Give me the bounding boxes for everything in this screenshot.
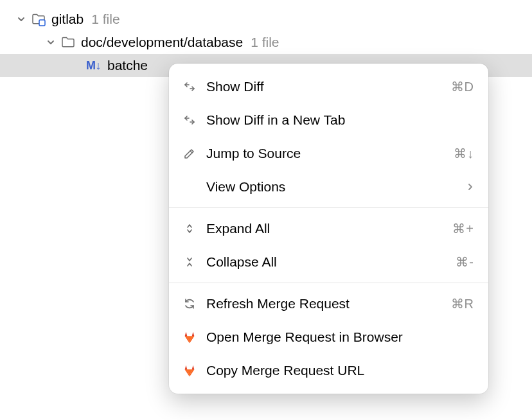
diff-icon bbox=[182, 112, 197, 128]
chevron-right-icon bbox=[466, 179, 474, 195]
menu-item-refresh-mr[interactable]: Refresh Merge Request ⌘R bbox=[169, 287, 488, 320]
menu-item-shortcut: ⌘D bbox=[451, 79, 474, 94]
menu-item-copy-mr-url[interactable]: Copy Merge Request URL bbox=[169, 354, 488, 387]
menu-item-shortcut: ⌘- bbox=[456, 254, 474, 270]
tree-row-folder[interactable]: doc/development/database 1 file bbox=[0, 31, 532, 54]
menu-item-show-diff-new-tab[interactable]: Show Diff in a New Tab bbox=[169, 103, 488, 137]
menu-item-label: Expand All bbox=[206, 221, 443, 236]
tree-root-label: gitlab bbox=[51, 12, 84, 27]
pencil-icon bbox=[182, 146, 197, 161]
menu-item-label: Refresh Merge Request bbox=[206, 296, 442, 311]
collapse-all-icon bbox=[182, 254, 197, 270]
gitlab-icon bbox=[182, 329, 197, 345]
menu-item-label: Jump to Source bbox=[206, 146, 445, 161]
refresh-icon bbox=[182, 296, 197, 311]
menu-item-label: View Options bbox=[206, 179, 457, 195]
menu-item-show-diff[interactable]: Show Diff ⌘D bbox=[169, 70, 488, 103]
menu-item-shortcut: ⌘R bbox=[451, 296, 474, 311]
menu-item-label: Collapse All bbox=[206, 254, 447, 270]
menu-item-label: Show Diff in a New Tab bbox=[206, 112, 465, 128]
menu-item-shortcut: ⌘↓ bbox=[454, 146, 474, 161]
gitlab-icon bbox=[182, 363, 197, 378]
context-menu: Show Diff ⌘D Show Diff in a New Tab Jump… bbox=[169, 64, 488, 394]
chevron-down-icon bbox=[45, 37, 57, 48]
menu-item-label: Open Merge Request in Browser bbox=[206, 329, 474, 345]
tree-folder-suffix: 1 file bbox=[251, 35, 279, 50]
menu-item-expand-all[interactable]: Expand All ⌘+ bbox=[169, 212, 488, 245]
tree-folder-label: doc/development/database bbox=[81, 35, 243, 50]
menu-separator bbox=[169, 283, 488, 283]
expand-all-icon bbox=[182, 221, 197, 236]
markdown-file-icon: M↓ bbox=[86, 59, 101, 73]
menu-item-view-options[interactable]: View Options bbox=[169, 170, 488, 204]
menu-item-collapse-all[interactable]: Collapse All ⌘- bbox=[169, 245, 488, 279]
menu-item-label: Show Diff bbox=[206, 79, 442, 94]
tree-row-root[interactable]: gitlab 1 file bbox=[0, 8, 532, 31]
tree-root-suffix: 1 file bbox=[91, 12, 120, 27]
menu-item-jump-to-source[interactable]: Jump to Source ⌘↓ bbox=[169, 137, 488, 170]
menu-item-shortcut: ⌘+ bbox=[452, 221, 474, 236]
menu-item-open-mr-browser[interactable]: Open Merge Request in Browser bbox=[169, 320, 488, 354]
chevron-down-icon bbox=[15, 13, 27, 25]
menu-item-label: Copy Merge Request URL bbox=[206, 363, 474, 378]
folder-icon bbox=[60, 35, 76, 50]
menu-separator bbox=[169, 207, 488, 208]
tree-file-label: batche bbox=[107, 58, 148, 73]
project-folder-icon bbox=[31, 12, 46, 27]
diff-icon bbox=[182, 79, 197, 94]
svg-rect-0 bbox=[39, 20, 45, 26]
